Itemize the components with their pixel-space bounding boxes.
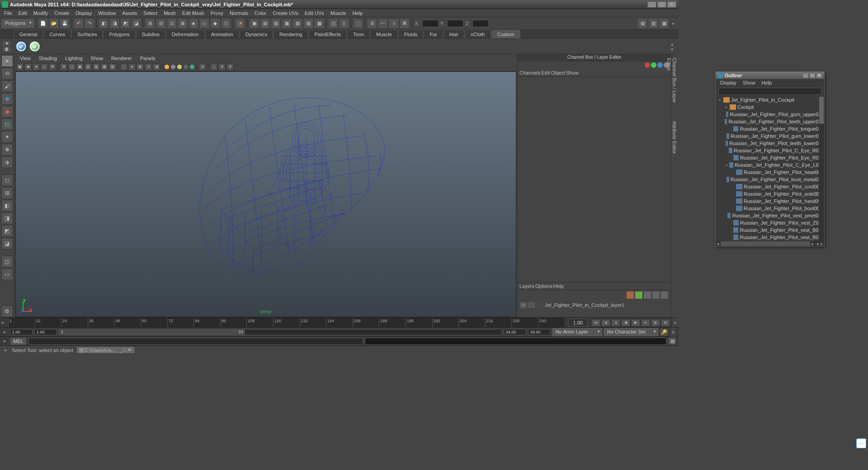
select-tool[interactable]: ➤ — [1, 55, 13, 67]
play-forward-button[interactable]: ▶ — [631, 319, 640, 326]
vp-menu-show[interactable]: Show — [87, 55, 107, 62]
status-collapse[interactable]: ▸ — [3, 347, 9, 353]
shelf-tab-fluids[interactable]: Fluids — [398, 30, 423, 38]
menu-file[interactable]: File — [1, 9, 15, 17]
soft-mod-tool[interactable]: ❋ — [1, 144, 13, 155]
play-end-field[interactable]: 24.00 — [504, 329, 526, 335]
persp-graph-layout[interactable]: ◨ — [1, 212, 13, 224]
minimize-button[interactable]: _ — [647, 1, 656, 8]
save-scene-button[interactable]: 💾 — [60, 19, 70, 28]
shelf-tab-hair[interactable]: Hair — [443, 30, 464, 38]
select-object-button[interactable]: ◨ — [109, 19, 119, 28]
show-channel-button[interactable]: ▤ — [637, 19, 647, 28]
snap-grid-button[interactable]: ⊞ — [145, 19, 155, 28]
vp-image-plane[interactable]: ▭ — [41, 63, 48, 70]
shelf-scroll-down[interactable]: ▾ — [669, 47, 675, 52]
lasso-tool[interactable]: ⟲ — [1, 68, 13, 80]
vp-xray-joint[interactable]: ⊛ — [218, 63, 226, 70]
scale-tool[interactable]: ◰ — [1, 118, 13, 130]
menu-color[interactable]: Color — [251, 9, 269, 17]
shelf-tab-muscle[interactable]: Muscle — [370, 30, 398, 38]
menu-normals[interactable]: Normals — [226, 9, 251, 17]
graph-editor-button[interactable]: ⬳ — [378, 19, 388, 28]
menu-edit-uvs[interactable]: Edit UVs — [302, 9, 327, 17]
vp-grid[interactable]: ⊞ — [60, 63, 67, 70]
shelf-tab-rendering[interactable]: Rendering — [274, 30, 308, 38]
coord-z-input[interactable] — [472, 20, 489, 27]
shelf-tab-painteffects[interactable]: PaintEffects — [309, 30, 347, 38]
vp-menu-panels[interactable]: Panels — [137, 55, 159, 62]
snap-plane-button[interactable]: ⊠ — [178, 19, 188, 28]
layer-menu-options[interactable]: Options — [535, 283, 552, 289]
side-tab-attribute[interactable]: Attribute Editor — [671, 118, 678, 163]
menu-create[interactable]: Create — [51, 9, 72, 17]
new-scene-button[interactable]: 📄 — [38, 19, 48, 28]
cmdline-collapse[interactable]: ▸ — [2, 338, 8, 344]
batch-render-button[interactable]: ▧ — [292, 19, 302, 28]
layer-menu-layers[interactable]: Layers — [519, 283, 534, 289]
open-scene-button[interactable]: 📂 — [49, 19, 59, 28]
anim-end-field[interactable]: 48.00 — [528, 329, 551, 335]
vp-wireframe[interactable]: ⬚ — [120, 63, 127, 70]
snap-point-button[interactable]: ⊡ — [167, 19, 177, 28]
four-view-layout[interactable]: ⊞ — [1, 187, 13, 199]
shelf-menu-button[interactable]: ▾ — [3, 41, 11, 46]
shelf-tab-custom[interactable]: Custom — [491, 30, 520, 38]
undo-button[interactable]: ↶ — [74, 19, 84, 28]
step-forward-button[interactable]: ▸ — [641, 319, 650, 326]
vp-2d-pan[interactable]: ✥ — [49, 63, 56, 70]
character-set-combo[interactable]: No Character Set — [604, 328, 658, 336]
autokey-button[interactable]: 🔑 — [660, 329, 668, 336]
snap-view-button[interactable]: ◇ — [199, 19, 209, 28]
timeline-collapse[interactable]: ▸ — [0, 320, 6, 325]
menu-assets[interactable]: Assets — [119, 9, 140, 17]
render-button[interactable]: ▣ — [249, 19, 259, 28]
cb-filter-3[interactable] — [657, 62, 663, 68]
shelf-tab-toon[interactable]: Toon — [347, 30, 370, 38]
snap-live-button[interactable]: ◈ — [189, 19, 198, 28]
menu-modify[interactable]: Modify — [30, 9, 51, 17]
shelf-tab-animation[interactable]: Animation — [205, 30, 239, 38]
rangebar-collapse[interactable]: ▸ — [2, 329, 8, 335]
step-back-button[interactable]: ◂ — [611, 319, 620, 326]
vp-shaded[interactable]: ● — [128, 63, 136, 70]
single-persp-layout[interactable]: ◻ — [1, 174, 13, 186]
coord-x-input[interactable] — [422, 20, 439, 27]
play-start-field[interactable]: 1.00 — [34, 329, 57, 335]
vp-bookmark[interactable]: ★ — [33, 63, 40, 70]
shelf-tab-curves[interactable]: Curves — [43, 30, 71, 38]
cb-menu-channels[interactable]: Channels — [519, 70, 540, 75]
vp-menu-view[interactable]: View — [16, 55, 34, 62]
maximize-button[interactable]: □ — [657, 1, 666, 8]
outliner-button[interactable]: ☰ — [367, 19, 377, 28]
command-input[interactable] — [28, 338, 363, 345]
render-pass-button[interactable]: ▩ — [314, 19, 324, 28]
custom-layout-2[interactable]: ▭ — [1, 268, 13, 280]
select-hierarchy-button[interactable]: ◧ — [99, 19, 108, 28]
menu-edit[interactable]: Edit — [15, 9, 30, 17]
snap-toggle-button[interactable]: ◆ — [210, 19, 220, 28]
vp-xray[interactable]: ◌ — [210, 63, 217, 70]
render-layer-button[interactable]: ▨ — [303, 19, 313, 28]
persp-outliner-layout[interactable]: ◧ — [1, 200, 13, 212]
layer-new[interactable] — [661, 291, 668, 299]
layer-move-down[interactable] — [635, 291, 642, 299]
shelf-custom-icon-2[interactable] — [29, 41, 41, 52]
layer-move-up[interactable] — [627, 291, 634, 299]
universal-manip-tool[interactable]: ✦ — [1, 131, 13, 143]
vp-gate-mask[interactable]: ▤ — [85, 63, 92, 70]
vp-safe-title[interactable]: ▧ — [109, 63, 116, 70]
cb-menu-show[interactable]: Show — [566, 70, 579, 75]
side-tab-channelbox[interactable]: Channel Box / Layer Editor — [671, 54, 678, 118]
goto-end-button[interactable]: ▸| — [661, 319, 670, 326]
ipr-button[interactable]: ▤ — [260, 19, 270, 28]
vp-menu-renderer[interactable]: Renderer — [108, 55, 136, 62]
shelf-trash-button[interactable]: 🗑 — [3, 47, 11, 52]
rangebar-collapse-right[interactable]: ▸ — [670, 328, 676, 337]
mel-label[interactable]: MEL — [10, 337, 27, 345]
menu-edit-mesh[interactable]: Edit Mesh — [179, 9, 208, 17]
snap-curve-button[interactable]: ⊟ — [156, 19, 166, 28]
paint-select-tool[interactable]: 🖌 — [1, 80, 13, 92]
light-all-icon[interactable] — [171, 65, 175, 69]
layer-color-swatch[interactable] — [537, 302, 543, 308]
